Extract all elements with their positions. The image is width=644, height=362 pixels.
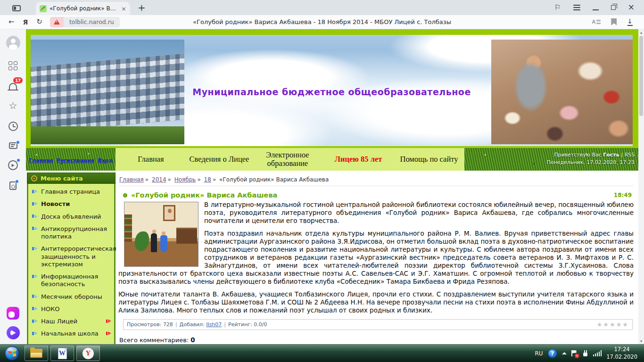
tab-panel-toggle-icon[interactable] — [12, 5, 21, 11]
bookmarks-panel-icon[interactable]: ⚐ — [554, 4, 561, 11]
sidebar-item-infosecurity[interactable]: Информационная безопасность — [28, 271, 114, 291]
menu-arrow-icon — [32, 214, 38, 218]
rating-stars[interactable]: ★★★★★ — [597, 321, 629, 328]
taskbar-explorer-button[interactable] — [25, 346, 48, 361]
userbar-link-home[interactable]: Главная — [29, 157, 53, 164]
url-text[interactable]: tolblic.narod.ru — [64, 17, 120, 27]
alice-app-icon[interactable] — [7, 326, 20, 339]
scroll-up-icon[interactable]: ▲ — [638, 29, 644, 35]
article-body: В литературно-музыкальной гостиной центр… — [118, 201, 634, 314]
breadcrumb-link-day[interactable]: 18 — [204, 176, 211, 183]
notifications-bell-icon[interactable]: 17 — [9, 82, 17, 90]
window-minimize-button[interactable] — [593, 9, 599, 10]
browser-menu-icon[interactable] — [573, 5, 580, 10]
tray-expand-icon[interactable] — [562, 352, 567, 354]
yandex-home-button[interactable]: Я — [23, 19, 28, 25]
sidebar-item-main[interactable]: Главная страница — [28, 186, 114, 198]
bookmark-page-icon[interactable] — [611, 18, 617, 25]
browser-toolbar: ← Я ↻ tolblic.narod.ru «Голубой родник» … — [0, 15, 644, 29]
site-menu: Меню сайта Главная страница Новости Доск… — [27, 173, 116, 344]
nav-item-anniversary[interactable]: Лицею 85 лет — [323, 155, 394, 164]
sidebar-item-defense-month[interactable]: Месячник обороны — [28, 291, 114, 303]
start-button[interactable] — [5, 346, 19, 361]
services-grid-icon[interactable] — [8, 61, 17, 70]
author-link[interactable]: Ilsh07 — [206, 321, 222, 328]
window-restore-button[interactable] — [611, 5, 616, 10]
video-play-icon[interactable]: ▶ — [8, 160, 18, 170]
new-tab-button[interactable]: + — [138, 2, 146, 13]
action-center-flag-icon[interactable]: × — [571, 350, 578, 357]
taskbar-clock[interactable]: 17:24 17.02.2020 — [606, 346, 637, 361]
profile-avatar[interactable] — [6, 36, 20, 50]
sidebar-item-senior-school[interactable]: Старшая школа — [28, 340, 114, 345]
bookmarks-star-icon[interactable]: ☆ — [9, 101, 17, 110]
userbar-link-login[interactable]: Вход — [98, 157, 113, 164]
article-time: 18:49 — [614, 192, 634, 198]
menu-arrow-icon — [32, 295, 38, 298]
header-banner: Муниципальное бюджетное общеобразователь… — [31, 35, 633, 146]
windows-flag-icon — [8, 349, 16, 357]
sidebar-item-our-lyceum[interactable]: Наш Лицей — [28, 315, 114, 328]
breadcrumb: Главная» 2014» Ноябрь» 18» «Голубой родн… — [118, 174, 634, 186]
site-menu-header: Меню сайта — [27, 173, 116, 184]
breadcrumb-link-month[interactable]: Ноябрь — [174, 176, 196, 183]
back-button[interactable]: ← — [8, 18, 15, 25]
nav-item-home[interactable]: Главная — [116, 155, 186, 164]
messenger-app-icon[interactable] — [7, 307, 19, 320]
windows-taskbar: W Y RU ? × 17:24 17.02.2020 — [0, 344, 644, 362]
help-icon[interactable]: ? — [548, 349, 557, 358]
taskbar-word-button[interactable]: W — [50, 346, 74, 361]
breadcrumb-link-year[interactable]: 2014 — [152, 176, 166, 183]
site-menu-title: Меню сайта — [41, 175, 83, 182]
greeting-block: Приветствую Вас Гость | RSS Понедельник,… — [464, 148, 638, 171]
nav-item-help[interactable]: Помощь по сайту — [394, 155, 464, 164]
breadcrumb-link-home[interactable]: Главная — [119, 176, 144, 183]
menu-arrow-icon — [32, 247, 38, 250]
submenu-arrow-icon — [106, 331, 111, 335]
network-signal-icon[interactable] — [593, 350, 602, 356]
sidebar-item-news[interactable]: Новости — [28, 198, 114, 210]
sidebar-item-antiterror[interactable]: Антитеррористическая защищенность и экст… — [28, 243, 114, 271]
address-bar[interactable]: tolblic.narod.ru — [50, 17, 120, 27]
page-search-icon[interactable] — [9, 181, 17, 190]
sidebar-item-noko[interactable]: НОКО — [28, 303, 114, 315]
scroll-down-icon[interactable]: ▼ — [638, 338, 644, 344]
taskbar-yandex-button[interactable]: Y — [76, 346, 100, 361]
main-navigation: Главная Регистрация Вход Главная Сведени… — [26, 148, 638, 171]
menu-arrow-icon — [32, 202, 38, 206]
article-bullet-icon — [123, 193, 127, 197]
clock-date: 17.02.2020 — [606, 354, 637, 361]
page-scrollbar[interactable]: ▲ ▼ — [638, 29, 644, 344]
menu-arrow-icon — [32, 189, 38, 193]
window-close-button[interactable]: × — [628, 3, 635, 11]
sidebar-item-anticorruption[interactable]: Антикоррупционная политика — [28, 223, 114, 243]
collections-icon[interactable] — [9, 142, 17, 149]
menu-gear-icon — [31, 175, 37, 181]
menu-arrow-icon — [32, 227, 38, 230]
insecure-warning-icon[interactable] — [50, 17, 64, 27]
userbar-link-register[interactable]: Регистрация — [57, 157, 94, 164]
sidebar-item-primary-school[interactable]: Начальная школа — [28, 328, 114, 340]
reader-mode-icon[interactable]: A — [592, 19, 601, 25]
menu-arrow-icon — [32, 319, 38, 323]
tab-close-icon[interactable]: × — [121, 5, 126, 12]
browser-tab[interactable]: «Голубой родник» Вари × — [36, 2, 130, 15]
banner-title: Муниципальное бюджетное общеобразователь… — [31, 87, 633, 97]
downloads-icon[interactable]: ↓ — [627, 18, 633, 26]
history-clock-icon[interactable] — [8, 122, 18, 131]
refresh-button[interactable]: ↻ — [36, 18, 42, 25]
site-header: Муниципальное бюджетное общеобразователь… — [26, 29, 638, 148]
nav-item-about[interactable]: Сведения о Лицее — [186, 155, 252, 164]
power-plug-icon[interactable] — [582, 350, 588, 357]
clock-time: 17:24 — [606, 346, 637, 354]
views-label: Просмотров: — [127, 321, 161, 328]
breadcrumb-current: «Голубой родник» Вариса Акбашева — [219, 176, 329, 183]
language-indicator[interactable]: RU — [535, 350, 543, 357]
greeting-rss: | RSS — [619, 152, 635, 158]
nav-menu: Главная Сведения о Лицее Электронное обр… — [116, 148, 464, 171]
system-tray: RU ? × 17:24 17.02.2020 — [535, 346, 641, 361]
scrollbar-thumb[interactable] — [639, 36, 643, 116]
nav-item-elearning[interactable]: Электронное образование — [252, 151, 323, 168]
sidebar-item-board[interactable]: Доска объявлений — [28, 211, 114, 223]
greeting-date: Понедельник, 17.02.2020, 17:23 — [546, 159, 635, 165]
